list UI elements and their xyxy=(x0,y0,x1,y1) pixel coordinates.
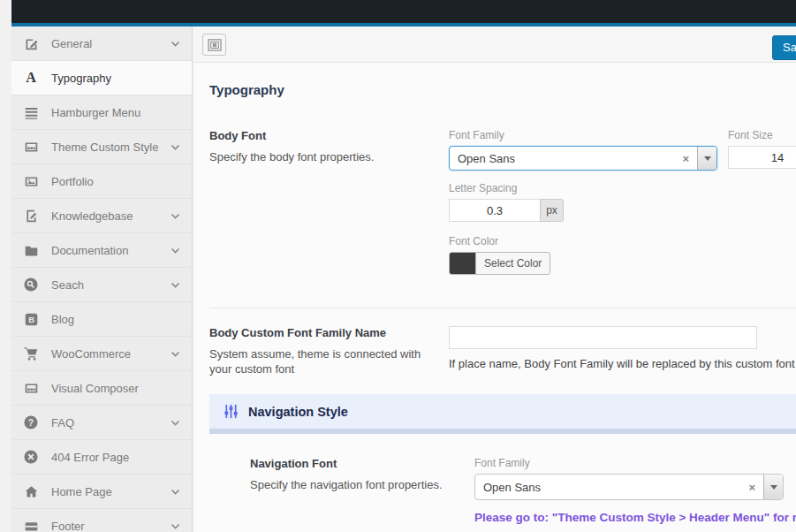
sidebar-item-label: 404 Error Page xyxy=(51,451,180,464)
sidebar-item-label: WooCommerce xyxy=(51,347,158,361)
body-font-description: Specify the body font properties. xyxy=(209,149,426,164)
sidebar-item-woocommerce[interactable]: WooCommerce xyxy=(11,337,192,371)
theme-options-screen: General A Typography Hamburger Menu Them… xyxy=(0,0,796,532)
save-button[interactable]: Save xyxy=(772,35,796,60)
sidebar-item-home-page[interactable]: Home Page xyxy=(11,475,192,509)
letter-spacing-input[interactable] xyxy=(449,199,541,222)
sliders-icon xyxy=(224,404,239,419)
clear-selection-icon[interactable]: × xyxy=(740,481,763,494)
navigation-font-family-value: Open Sans xyxy=(475,481,740,494)
hamburger-icon xyxy=(23,104,39,120)
navigation-font-note: Please go to: "Theme Custom Style > Head… xyxy=(474,511,796,524)
navigation-style-header: Navigation Style xyxy=(209,394,796,429)
chevron-down-icon xyxy=(171,416,180,429)
body-custom-font-section: Body Custom Font Family Name System assu… xyxy=(209,326,796,376)
chevron-down-icon xyxy=(770,485,777,490)
chevron-down-icon xyxy=(171,278,180,292)
letter-spacing-label: Letter Spacing xyxy=(449,182,796,194)
navigation-style-title: Navigation Style xyxy=(248,405,348,419)
sidebar-item-typography[interactable]: A Typography xyxy=(11,61,192,95)
font-family-label: Font Family xyxy=(449,129,717,141)
select-arrow-button[interactable] xyxy=(763,475,783,499)
navigation-font-heading: Navigation Font xyxy=(250,457,474,470)
body-font-heading: Body Font xyxy=(209,129,449,142)
sidebar-item-label: General xyxy=(51,37,158,50)
navigation-font-description: Specify the navigation font properties. xyxy=(250,477,466,492)
sidebar-item-hamburger-menu[interactable]: Hamburger Menu xyxy=(11,95,192,130)
home-icon xyxy=(23,483,39,499)
sidebar-item-label: Home Page xyxy=(51,485,158,498)
navigation-style-header-edge xyxy=(209,429,796,434)
sidebar-item-404-error-page[interactable]: 404 Error Page xyxy=(11,440,192,475)
sidebar-item-portfolio[interactable]: Portfolio xyxy=(11,164,192,199)
sidebar-item-label: Documentation xyxy=(51,244,158,257)
font-color-picker[interactable]: Select Color xyxy=(449,252,550,275)
sidebar-item-general[interactable]: General xyxy=(11,27,192,61)
footer-icon xyxy=(23,518,39,532)
content-toolbar: Save xyxy=(193,27,796,63)
chevron-down-icon xyxy=(171,141,180,154)
navigation-font-section: Navigation Font Specify the navigation f… xyxy=(209,457,796,524)
chevron-down-icon xyxy=(171,209,180,223)
sidebar-item-label: Hamburger Menu xyxy=(51,106,180,119)
select-color-button[interactable]: Select Color xyxy=(476,253,550,274)
typography-icon: A xyxy=(23,70,39,86)
font-size-input[interactable] xyxy=(728,146,796,169)
chevron-down-icon xyxy=(171,485,180,498)
custom-font-description: System assume, theme is connected with y… xyxy=(209,346,426,376)
svg-text:B: B xyxy=(28,315,34,324)
folder-icon xyxy=(23,242,39,258)
font-size-label: Font Size xyxy=(728,129,796,141)
chevron-down-icon xyxy=(704,156,711,161)
page-title: Typography xyxy=(209,82,796,97)
dismiss-icon xyxy=(23,449,39,465)
sidebar-item-label: Knowledgebase xyxy=(51,209,158,223)
chevron-down-icon xyxy=(171,37,180,50)
blog-icon: B xyxy=(23,311,39,327)
color-swatch[interactable] xyxy=(450,253,476,274)
section-divider xyxy=(209,308,796,308)
sidebar-item-blog[interactable]: B Blog xyxy=(11,302,192,337)
sidebar-item-label: Portfolio xyxy=(51,175,180,188)
sidebar-item-visual-composer[interactable]: Visual Composer xyxy=(11,371,192,406)
body-font-family-value: Open Sans xyxy=(450,152,674,165)
svg-text:A: A xyxy=(26,70,36,86)
options-content: Save Typography Body Font Specify the bo… xyxy=(193,27,796,532)
svg-text:?: ? xyxy=(28,418,34,428)
sidebar-item-label: Seach xyxy=(51,278,158,292)
font-family-label: Font Family xyxy=(474,457,796,469)
toggle-sidebar-button[interactable] xyxy=(202,34,226,56)
navigation-font-family-select[interactable]: Open Sans × xyxy=(474,474,784,500)
panel-layout-icon xyxy=(208,39,222,51)
letter-spacing-unit: px xyxy=(540,199,564,222)
custom-font-note: If place name, Body Font Family will be … xyxy=(449,357,796,370)
sidebar-item-seach[interactable]: Seach xyxy=(11,268,192,302)
sidebar-item-knowledgebase[interactable]: Knowledgebase xyxy=(11,199,192,233)
sidebar-item-label: Footer xyxy=(51,520,158,532)
custom-font-heading: Body Custom Font Family Name xyxy=(209,326,449,339)
edit-icon xyxy=(23,35,39,51)
layout-icon xyxy=(23,380,39,396)
sidebar-item-faq[interactable]: ? FAQ xyxy=(11,406,192,440)
options-sidebar: General A Typography Hamburger Menu Them… xyxy=(11,27,193,532)
search-icon xyxy=(23,277,39,293)
clear-selection-icon[interactable]: × xyxy=(674,152,697,165)
admin-top-bar xyxy=(11,0,796,23)
sidebar-item-label: Typography xyxy=(51,72,180,85)
question-icon: ? xyxy=(23,414,39,430)
layout-icon xyxy=(23,139,39,155)
sidebar-item-label: FAQ xyxy=(51,416,158,429)
body-font-family-select[interactable]: Open Sans × xyxy=(449,146,717,171)
admin-background-strip xyxy=(0,0,11,532)
select-arrow-button[interactable] xyxy=(697,147,716,170)
image-icon xyxy=(23,173,39,189)
write-icon xyxy=(23,208,39,224)
chevron-down-icon xyxy=(171,520,180,532)
custom-font-input[interactable] xyxy=(449,326,757,349)
body-font-section: Body Font Specify the body font properti… xyxy=(209,129,796,277)
sidebar-item-theme-custom-style[interactable]: Theme Custom Style xyxy=(11,130,192,164)
sidebar-item-footer[interactable]: Footer xyxy=(11,509,192,532)
sidebar-item-label: Visual Composer xyxy=(51,382,180,395)
sidebar-item-documentation[interactable]: Documentation xyxy=(11,233,192,268)
sidebar-item-label: Theme Custom Style xyxy=(51,141,158,154)
